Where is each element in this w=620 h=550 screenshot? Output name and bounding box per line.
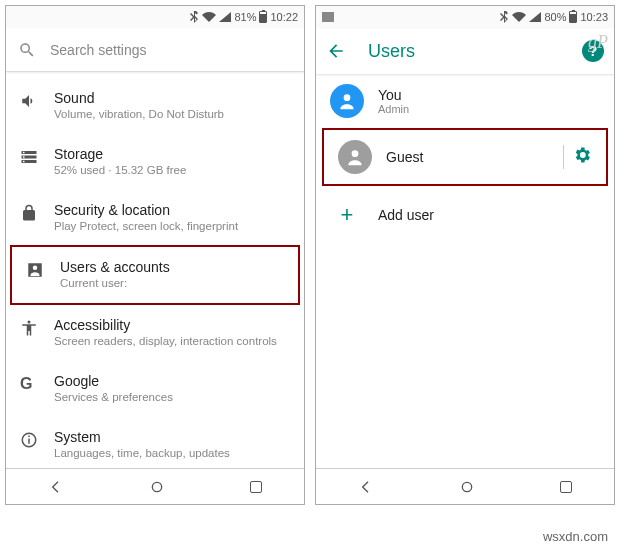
sound-icon [20,92,38,110]
battery-icon [259,11,267,23]
status-bar: 81% 10:22 [6,6,304,28]
accessibility-icon [20,319,38,337]
row-title: Google [54,373,290,389]
add-user-label: Add user [378,207,434,223]
row-title: Users & accounts [60,259,284,275]
users-list: YouAdmin Guest + Add user [316,74,614,244]
settings-screen: 81% 10:22 Search settings SoundVolume, v… [5,5,305,505]
status-time: 10:23 [580,11,608,23]
user-name: You [378,87,600,103]
status-bar: 80% 10:23 [316,6,614,28]
battery-percent: 81% [234,11,256,23]
source-watermark: wsxdn.com [543,529,608,544]
row-sub: Play Protect, screen lock, fingerprint [54,220,290,234]
search-placeholder: Search settings [50,42,147,58]
nav-back-icon[interactable] [358,479,374,495]
storage-icon [20,148,38,166]
row-title: System [54,429,290,445]
nav-home-icon[interactable] [149,479,165,495]
media-icon [322,12,334,22]
status-time: 10:22 [270,11,298,23]
user-row-you[interactable]: YouAdmin [316,74,614,128]
battery-icon [569,11,577,23]
settings-row-users-accounts[interactable]: Users & accountsCurrent user: [10,245,300,305]
signal-icon [529,12,541,22]
guest-settings-button[interactable] [563,145,592,169]
svg-point-1 [28,321,31,324]
plus-icon: + [330,198,364,232]
row-sub: 52% used · 15.32 GB free [54,164,290,178]
avatar-guest-icon [338,140,372,174]
settings-row-sound[interactable]: SoundVolume, vibration, Do Not Disturb [6,78,304,134]
nav-recent-icon[interactable] [250,481,262,493]
svg-point-0 [33,266,38,271]
svg-point-9 [344,94,351,101]
row-sub: Current user: [60,277,284,291]
account-icon [26,261,44,279]
settings-row-accessibility[interactable]: AccessibilityScreen readers, display, in… [6,305,304,361]
row-title: Sound [54,90,290,106]
user-row-guest[interactable]: Guest [324,130,606,184]
user-name: Guest [386,149,557,165]
svg-rect-8 [322,12,334,22]
gp-watermark: gP [588,32,608,53]
wifi-icon [202,12,216,22]
nav-home-icon[interactable] [459,479,475,495]
row-sub: Services & preferences [54,391,290,405]
nav-bar [6,468,304,504]
row-title: Storage [54,146,290,162]
users-screen: 80% 10:23 Users ? gP YouAdmin Guest [315,5,615,505]
app-bar: Users ? [316,28,614,74]
add-user-row[interactable]: + Add user [316,186,614,244]
svg-rect-4 [28,435,30,437]
row-sub: Languages, time, backup, updates [54,447,290,461]
battery-percent: 80% [544,11,566,23]
settings-row-storage[interactable]: Storage52% used · 15.32 GB free [6,134,304,190]
svg-point-11 [462,482,471,491]
bluetooth-icon [189,11,199,23]
signal-icon [219,12,231,22]
google-icon: G [20,373,54,393]
row-sub: Screen readers, display, interaction con… [54,335,290,349]
svg-point-7 [152,482,161,491]
user-role: Admin [378,103,600,115]
nav-back-icon[interactable] [48,479,64,495]
row-title: Security & location [54,202,290,218]
info-icon [20,431,38,449]
row-sub: Volume, vibration, Do Not Disturb [54,108,290,122]
svg-rect-3 [28,438,30,443]
back-arrow-icon[interactable] [326,41,346,61]
row-title: Accessibility [54,317,290,333]
settings-row-security[interactable]: Security & locationPlay Protect, screen … [6,190,304,246]
wifi-icon [512,12,526,22]
settings-row-google[interactable]: G GoogleServices & preferences [6,361,304,417]
nav-bar [316,468,614,504]
avatar-you-icon [330,84,364,118]
search-icon [18,41,36,59]
settings-row-system[interactable]: SystemLanguages, time, backup, updates [6,417,304,473]
settings-list: SoundVolume, vibration, Do Not Disturb S… [6,72,304,505]
bluetooth-icon [499,11,509,23]
svg-point-10 [352,150,359,157]
search-bar[interactable]: Search settings [6,28,304,72]
page-title: Users [368,41,582,62]
nav-recent-icon[interactable] [560,481,572,493]
guest-highlight-box: Guest [322,128,608,186]
lock-icon [20,204,38,222]
